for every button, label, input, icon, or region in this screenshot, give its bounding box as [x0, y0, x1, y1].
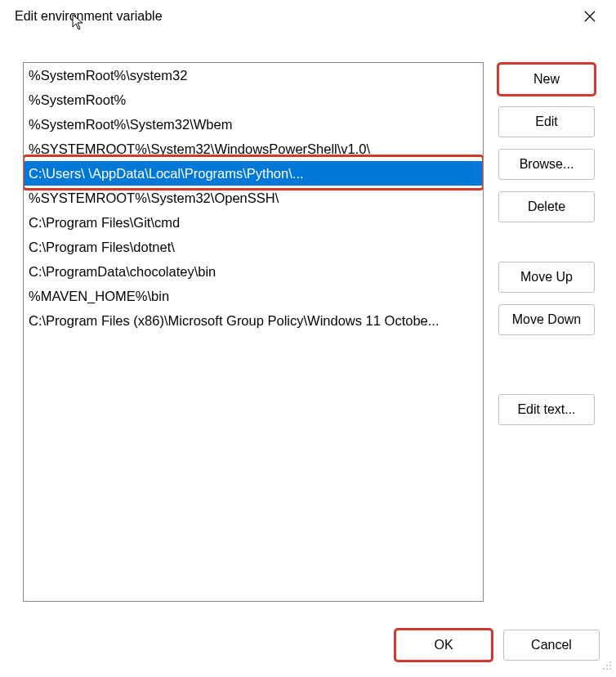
side-button-panel: New Edit Browse... Delete Move Up Move D… [498, 62, 595, 602]
dialog-content: %SystemRoot%\system32%SystemRoot%%System… [0, 33, 616, 602]
browse-button[interactable]: Browse... [498, 149, 595, 180]
list-item[interactable]: %SystemRoot%\system32 [24, 63, 483, 87]
svg-point-7 [609, 668, 611, 670]
svg-point-6 [606, 668, 608, 670]
titlebar: Edit environment variable [0, 0, 616, 33]
list-item[interactable]: %SYSTEMROOT%\System32\OpenSSH\ [24, 186, 483, 210]
move-up-button[interactable]: Move Up [498, 262, 595, 293]
bottom-button-bar: OK Cancel [395, 630, 600, 661]
svg-point-3 [606, 665, 608, 666]
list-item[interactable]: C:\Users\ \AppData\Local\Programs\Python… [24, 161, 483, 186]
list-item[interactable]: C:\Program Files\Git\cmd [24, 210, 483, 235]
list-item[interactable]: %SYSTEMROOT%\System32\WindowsPowerShell\… [24, 137, 483, 161]
close-icon [584, 11, 596, 22]
new-button[interactable]: New [498, 64, 595, 95]
list-item[interactable]: C:\Program Files (x86)\Microsoft Group P… [24, 308, 483, 333]
ok-button[interactable]: OK [395, 630, 492, 661]
list-item[interactable]: %SystemRoot% [24, 87, 483, 112]
svg-point-5 [603, 668, 605, 670]
close-button[interactable] [577, 3, 603, 29]
cancel-button[interactable]: Cancel [503, 630, 600, 661]
move-down-button[interactable]: Move Down [498, 304, 595, 335]
list-item[interactable]: %MAVEN_HOME%\bin [24, 284, 483, 308]
svg-point-4 [609, 665, 611, 666]
edit-button[interactable]: Edit [498, 106, 595, 137]
list-item[interactable]: %SystemRoot%\System32\Wbem [24, 112, 483, 137]
edit-text-button[interactable]: Edit text... [498, 394, 595, 425]
resize-grip-icon [601, 660, 613, 674]
delete-button[interactable]: Delete [498, 191, 595, 222]
window-title: Edit environment variable [15, 9, 163, 24]
list-item[interactable]: C:\ProgramData\chocolatey\bin [24, 259, 483, 284]
list-item[interactable]: C:\Program Files\dotnet\ [24, 235, 483, 259]
path-listbox[interactable]: %SystemRoot%\system32%SystemRoot%%System… [23, 62, 484, 602]
svg-point-2 [609, 661, 611, 663]
